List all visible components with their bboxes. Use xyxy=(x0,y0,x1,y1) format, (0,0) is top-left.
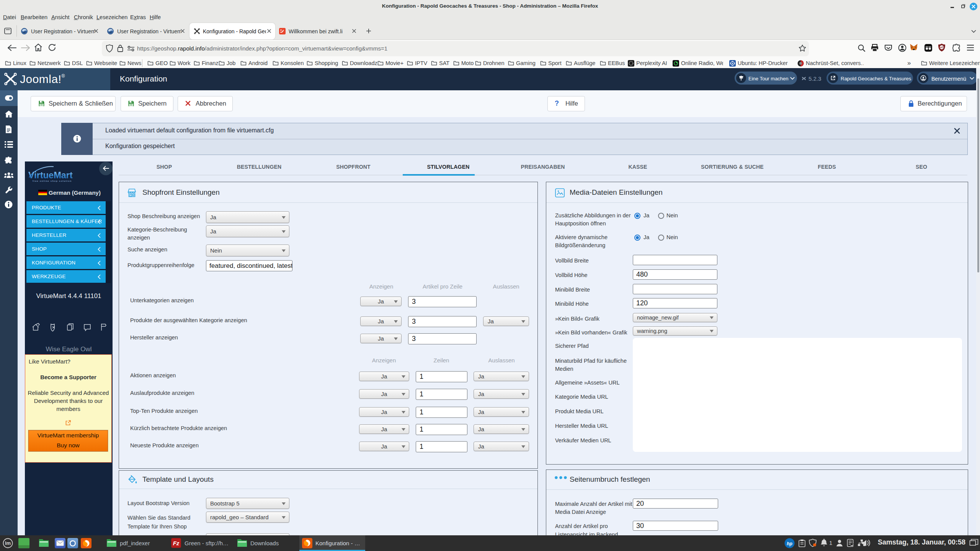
svg-text:free online shop solution: free online shop solution xyxy=(33,179,72,182)
svg-text:uO: uO xyxy=(940,46,943,49)
svg-text:Fz: Fz xyxy=(173,540,180,546)
svg-text:lm: lm xyxy=(5,540,11,546)
svg-text:hp: hp xyxy=(787,541,792,546)
svg-text:VirtueMart: VirtueMart xyxy=(28,170,73,180)
